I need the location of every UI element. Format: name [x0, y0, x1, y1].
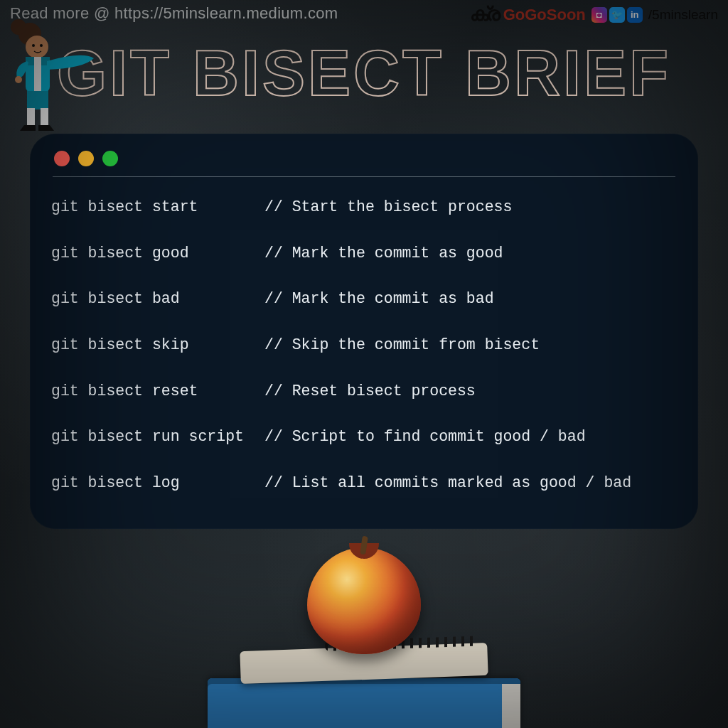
svg-rect-9	[27, 91, 48, 109]
svg-point-4	[40, 44, 43, 47]
command-text: git bisect good	[51, 245, 264, 262]
command-desc: // Mark the commit as bad	[264, 290, 677, 307]
command-row: git bisect good // Mark the commit as go…	[51, 245, 677, 262]
svg-point-8	[15, 76, 22, 83]
command-desc: // Mark the commit as good	[264, 245, 677, 262]
twitter-icon[interactable]: 🐦	[609, 7, 625, 23]
blue-book	[208, 678, 520, 728]
svg-rect-11	[41, 108, 48, 125]
maximize-dot-icon[interactable]	[102, 151, 118, 166]
command-desc: // Script to find commit good / bad	[264, 428, 677, 445]
command-text: git bisect bad	[51, 290, 264, 307]
command-desc: // Start the bisect process	[264, 198, 677, 215]
brand-logo-icon: ക്ര	[470, 3, 498, 26]
command-row: git bisect reset // Reset bisect process	[51, 382, 677, 400]
command-text: git bisect run script	[51, 428, 264, 445]
page-title: GIT BISECT BRIEF	[0, 37, 728, 110]
terminal-window: git bisect start // Start the bisect pro…	[30, 134, 698, 529]
linkedin-icon[interactable]: in	[627, 7, 643, 23]
command-desc: // Reset bisect process	[264, 382, 677, 400]
instagram-icon[interactable]: ◘	[592, 7, 607, 23]
book-stack-illustration	[208, 543, 520, 728]
teacher-illustration	[6, 18, 98, 139]
command-row: git bisect start // Start the bisect pro…	[51, 198, 677, 215]
svg-rect-10	[27, 108, 35, 125]
apple-illustration	[307, 540, 421, 654]
close-dot-icon[interactable]	[54, 151, 70, 166]
minimize-dot-icon[interactable]	[78, 151, 94, 166]
window-controls	[51, 149, 677, 176]
social-handle: /5minslearn	[648, 7, 718, 23]
command-row: git bisect run script // Script to find …	[51, 428, 677, 445]
svg-rect-7	[34, 57, 41, 92]
svg-point-1	[11, 19, 26, 35]
divider	[53, 176, 675, 177]
infographic-canvas: Read more @ https://5minslearn.medium.co…	[0, 0, 728, 728]
command-row: git bisect bad // Mark the commit as bad	[51, 290, 677, 307]
command-row: git bisect log // List all commits marke…	[51, 474, 677, 491]
svg-point-3	[32, 44, 35, 47]
command-list: git bisect start // Start the bisect pro…	[51, 184, 677, 505]
brand-name: GoGoSoon	[503, 6, 586, 24]
command-text: git bisect skip	[51, 336, 264, 353]
command-desc: // Skip the commit from bisect	[264, 336, 677, 353]
command-text: git bisect start	[51, 198, 264, 215]
command-desc: // List all commits marked as good / bad	[264, 474, 677, 491]
svg-point-2	[26, 36, 48, 58]
command-text: git bisect log	[51, 474, 264, 491]
brand-cluster: ക്ര GoGoSoon ◘ 🐦 in /5minslearn	[470, 3, 718, 26]
command-text: git bisect reset	[51, 382, 264, 400]
social-icons: ◘ 🐦 in	[592, 7, 643, 23]
command-row: git bisect skip // Skip the commit from …	[51, 336, 677, 353]
